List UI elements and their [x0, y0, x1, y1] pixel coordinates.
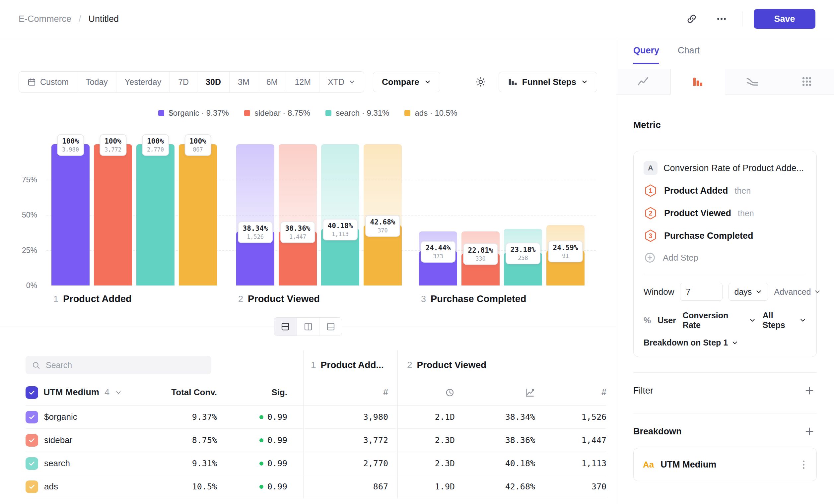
metric-step[interactable]: 1Product Addedthen: [643, 184, 807, 198]
sig-header[interactable]: Sig.: [271, 387, 287, 397]
step-number: 3: [421, 294, 426, 304]
chevron-down-icon[interactable]: [115, 389, 122, 396]
table-row[interactable]: sidebar8.75%0.993,7722.3D38.36%1,447: [25, 429, 606, 452]
window-unit-select[interactable]: days: [728, 283, 768, 301]
date-range-today[interactable]: Today: [77, 72, 116, 92]
funnel-bar[interactable]: [179, 144, 217, 285]
search-input[interactable]: [46, 361, 205, 370]
funnel-bar[interactable]: [94, 144, 132, 285]
step-axis-label: 2Product Viewed: [238, 294, 320, 304]
date-range-7d[interactable]: 7D: [170, 72, 197, 92]
chart-type-line-icon[interactable]: [616, 69, 671, 94]
breadcrumb-separator: /: [79, 14, 81, 24]
breakdown-column-label[interactable]: UTM Medium: [43, 387, 99, 397]
conversion-chart-icon[interactable]: [525, 387, 535, 398]
compare-button[interactable]: Compare: [373, 72, 440, 92]
metric-step[interactable]: 2Product Viewedthen: [643, 206, 807, 220]
breakdown-property-card[interactable]: Aa UTM Medium: [633, 448, 817, 481]
count-metric-icon[interactable]: #: [383, 387, 388, 397]
breakdown-on-step-selector[interactable]: Breakdown on Step 1: [643, 338, 807, 347]
sig-cell: 0.99: [217, 452, 287, 475]
bar-value-label: 38.34%1,526: [238, 222, 273, 243]
save-button[interactable]: Save: [754, 9, 815, 29]
steps-scope-selector[interactable]: All Steps: [763, 311, 807, 330]
tab-query[interactable]: Query: [633, 38, 659, 64]
conversion-metric-selector[interactable]: Conversion Rate: [683, 311, 756, 330]
legend-item[interactable]: ads · 10.5%: [404, 109, 457, 118]
percent-icon: %: [643, 316, 651, 325]
add-breakdown-button[interactable]: [802, 424, 817, 439]
bar-count: 330: [468, 255, 493, 262]
window-value-input[interactable]: [680, 283, 723, 301]
date-range-6m[interactable]: 6M: [258, 72, 286, 92]
date-range-custom[interactable]: Custom: [19, 72, 77, 92]
advanced-toggle[interactable]: Advanced: [774, 287, 821, 297]
add-step-button[interactable]: Add Step: [643, 251, 807, 264]
bar-value-label: 100%867: [184, 134, 211, 156]
row-name-label: $organic: [44, 412, 77, 422]
legend-swatch: [404, 110, 410, 116]
significance-dot: [259, 415, 263, 419]
funnel-bar[interactable]: [51, 144, 90, 285]
chevron-down-icon: [731, 339, 739, 346]
funnel-bar[interactable]: [136, 144, 175, 285]
step1-count-cell: 2,770: [303, 452, 397, 475]
bar-pct: 38.34%: [243, 225, 268, 232]
step-event-name: Product Viewed: [664, 208, 731, 219]
row-checkbox[interactable]: [25, 457, 38, 470]
metric-step[interactable]: 3Purchase Completed: [643, 229, 807, 243]
report-title[interactable]: Untitled: [89, 14, 119, 24]
legend-item[interactable]: $organic · 9.37%: [158, 109, 228, 118]
table-search[interactable]: [25, 356, 211, 374]
select-all-checkbox[interactable]: [25, 386, 38, 399]
row-checkbox[interactable]: [25, 480, 38, 493]
row-checkbox[interactable]: [25, 434, 38, 446]
bar-count: 3,772: [105, 146, 122, 153]
count-metric-icon[interactable]: #: [601, 387, 607, 397]
date-range-yesterday[interactable]: Yesterday: [116, 72, 170, 92]
chevron-down-icon: [348, 78, 356, 86]
row-checkbox[interactable]: [25, 411, 38, 423]
share-link-button[interactable]: [682, 9, 701, 28]
step-event-name: Product Added: [664, 186, 728, 196]
legend-item[interactable]: sidebar · 8.75%: [244, 109, 310, 118]
chart-type-funnel-icon[interactable]: [671, 69, 725, 94]
total-conv-value: 9.31%: [192, 459, 217, 468]
chart-settings-button[interactable]: [471, 73, 490, 91]
date-range-30d[interactable]: 30D: [197, 72, 229, 92]
row-name-label: search: [44, 458, 70, 468]
bar-value-label: 40.18%1,113: [323, 219, 358, 240]
entity-selector[interactable]: User: [658, 316, 676, 325]
table-row[interactable]: $organic9.37%0.993,9802.1D38.34%1,526: [25, 406, 606, 429]
chart-type-flow-icon[interactable]: [725, 69, 780, 94]
chevron-down-icon: [581, 78, 588, 86]
funnel-steps-list: 1Product Addedthen2Product Viewedthen3Pu…: [643, 184, 807, 243]
y-axis-tick: 75%: [0, 175, 37, 184]
breadcrumb-parent[interactable]: E-Commerce: [19, 14, 71, 24]
table-row[interactable]: search9.31%0.992,7702.3D40.18%1,113: [25, 452, 606, 475]
tab-chart[interactable]: Chart: [678, 38, 700, 64]
table-row[interactable]: ads10.5%0.998671.9D42.68%370: [25, 475, 606, 498]
time-to-convert-icon[interactable]: [445, 388, 455, 397]
add-filter-button[interactable]: [802, 383, 817, 398]
layout-split-horizontal-icon[interactable]: [274, 318, 297, 336]
metric-title[interactable]: Conversion Rate of Product Adde...: [663, 163, 804, 174]
legend-item[interactable]: search · 9.31%: [325, 109, 389, 118]
breakdown-count: 4: [105, 387, 109, 397]
bar-slot: 24.59%91: [546, 144, 585, 285]
date-range-3m[interactable]: 3M: [229, 72, 258, 92]
total-conv-header[interactable]: Total Conv.: [171, 387, 217, 397]
breakdown-heading: Breakdown: [633, 427, 682, 437]
layout-bottom-panel-icon[interactable]: [319, 318, 342, 336]
significance-dot: [259, 462, 263, 465]
chart-type-matrix-icon[interactable]: [780, 69, 834, 94]
date-range-xtd[interactable]: XTD: [319, 72, 364, 92]
chart-type-selector[interactable]: Funnel Steps: [499, 72, 597, 92]
metric-heading: Metric: [633, 120, 817, 130]
date-range-12m[interactable]: 12M: [286, 72, 319, 92]
more-options-button[interactable]: [712, 9, 731, 28]
bar-value-label: 38.36%1,447: [280, 222, 315, 243]
layout-split-vertical-icon[interactable]: [297, 318, 319, 336]
step-then-label: then: [738, 209, 754, 218]
kebab-menu-icon[interactable]: [800, 458, 807, 472]
